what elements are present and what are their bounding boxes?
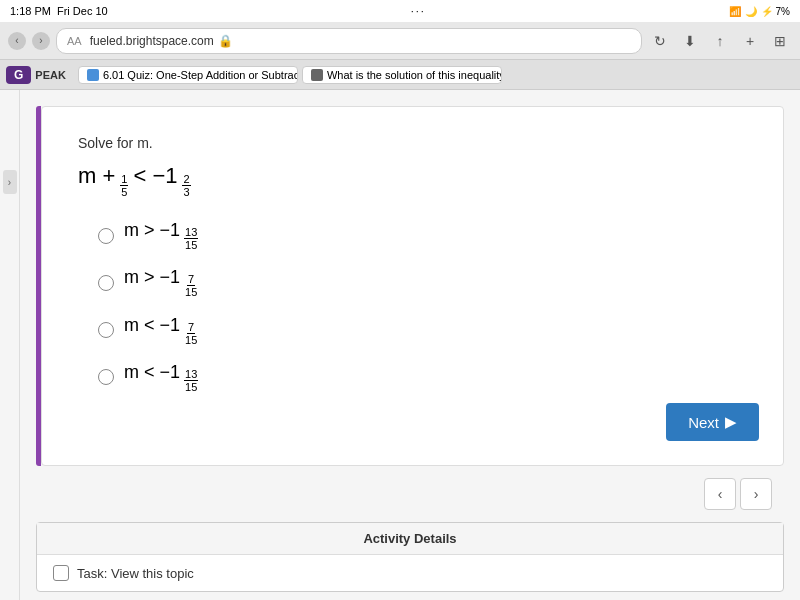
aa-label: AA xyxy=(67,35,82,47)
solve-instruction: Solve for m. xyxy=(78,135,747,151)
next-label: Next xyxy=(688,414,719,431)
nav-next-button[interactable]: › xyxy=(740,478,772,510)
radio-1[interactable] xyxy=(98,228,114,244)
option-2-text: m > −1 7 15 xyxy=(124,267,199,298)
back-button[interactable]: ‹ xyxy=(8,32,26,50)
browser-chrome: ‹ › AA fueled.brightspace.com 🔒 ↻ ⬇ ↑ + … xyxy=(0,22,800,60)
tab-quiz-icon xyxy=(87,69,99,81)
status-date: Fri Dec 10 xyxy=(57,5,108,17)
option-2[interactable]: m > −1 7 15 xyxy=(98,267,747,298)
activity-task-label: Task: View this topic xyxy=(77,566,194,581)
nav-prev-button[interactable]: ‹ xyxy=(704,478,736,510)
radio-4[interactable] xyxy=(98,369,114,385)
fraction-2-3: 2 3 xyxy=(182,173,190,198)
answer-options: m > −1 13 15 m > −1 xyxy=(98,220,747,393)
option-3[interactable]: m < −1 7 15 xyxy=(98,315,747,346)
quiz-card: Solve for m. m + 1 5 < −1 2 3 xyxy=(41,106,784,466)
nav-arrows: ‹ › xyxy=(36,474,784,514)
option-4[interactable]: m < −1 13 15 xyxy=(98,362,747,393)
tab-inequality[interactable]: What is the solution of this inequality?… xyxy=(302,66,502,84)
status-dots: ··· xyxy=(411,5,426,17)
battery-icon: ⚡ 7% xyxy=(761,6,790,17)
tab-g-icon: G xyxy=(6,66,31,84)
activity-details-panel: Activity Details Task: View this topic xyxy=(36,522,784,592)
sidebar-toggle[interactable]: › xyxy=(3,170,17,194)
option-3-text: m < −1 7 15 xyxy=(124,315,199,346)
fraction-1-5: 1 5 xyxy=(120,173,128,198)
tab-peak-label: PEAK xyxy=(35,69,66,81)
activity-details-header: Activity Details xyxy=(37,523,783,555)
share-button[interactable]: ↑ xyxy=(708,29,732,53)
activity-details-body: Task: View this topic xyxy=(37,555,783,591)
status-bar: 1:18 PM Fri Dec 10 ··· 📶 🌙 ⚡ 7% xyxy=(0,0,800,22)
radio-2[interactable] xyxy=(98,275,114,291)
quiz-container: Solve for m. m + 1 5 < −1 2 3 xyxy=(36,106,784,466)
moon-icon: 🌙 xyxy=(745,6,757,17)
reload-button[interactable]: ↻ xyxy=(648,29,672,53)
tabs-button[interactable]: ⊞ xyxy=(768,29,792,53)
next-button[interactable]: Next ▶ xyxy=(666,403,759,441)
option-4-text: m < −1 13 15 xyxy=(124,362,199,393)
tab-quiz[interactable]: 6.01 Quiz: One-Step Addition or Subtract… xyxy=(78,66,298,84)
tab-bar: G PEAK 6.01 Quiz: One-Step Addition or S… xyxy=(0,60,800,90)
option-1[interactable]: m > −1 13 15 xyxy=(98,220,747,251)
activity-checkbox[interactable] xyxy=(53,565,69,581)
tab-inequality-icon xyxy=(311,69,323,81)
wifi-icon: 📶 xyxy=(729,6,741,17)
radio-3[interactable] xyxy=(98,322,114,338)
option-1-text: m > −1 13 15 xyxy=(124,220,199,251)
forward-button[interactable]: › xyxy=(32,32,50,50)
main-area: › Solve for m. m + 1 5 < −1 2 xyxy=(0,90,800,600)
url-text: fueled.brightspace.com xyxy=(90,34,214,48)
main-equation: m + 1 5 < −1 2 3 xyxy=(78,163,747,198)
lock-icon: 🔒 xyxy=(218,34,233,48)
status-time: 1:18 PM xyxy=(10,5,51,17)
left-sidebar: › xyxy=(0,90,20,600)
tab-inequality-label: What is the solution of this inequality?… xyxy=(327,69,502,81)
url-bar[interactable]: AA fueled.brightspace.com 🔒 xyxy=(56,28,642,54)
next-arrow-icon: ▶ xyxy=(725,413,737,431)
add-tab-button[interactable]: + xyxy=(738,29,762,53)
download-button[interactable]: ⬇ xyxy=(678,29,702,53)
content-wrapper: Solve for m. m + 1 5 < −1 2 3 xyxy=(20,90,800,600)
tab-quiz-label: 6.01 Quiz: One-Step Addition or Subtract… xyxy=(103,69,298,81)
